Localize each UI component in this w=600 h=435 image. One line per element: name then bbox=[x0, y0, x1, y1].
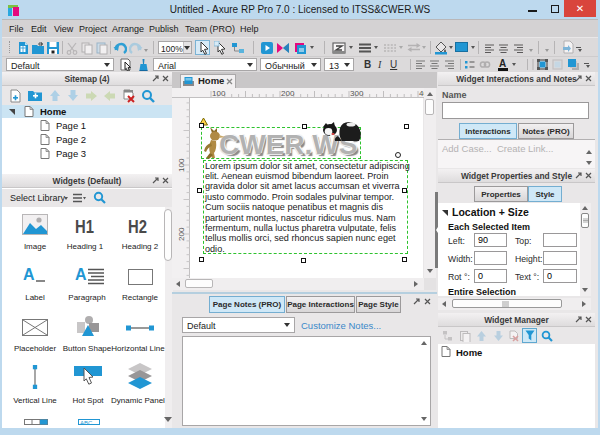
svg-text:200: 200 bbox=[281, 89, 295, 98]
svg-text:300: 300 bbox=[350, 89, 364, 98]
svg-text:ABC: ABC bbox=[80, 420, 93, 426]
svg-text:100: 100 bbox=[212, 89, 226, 98]
